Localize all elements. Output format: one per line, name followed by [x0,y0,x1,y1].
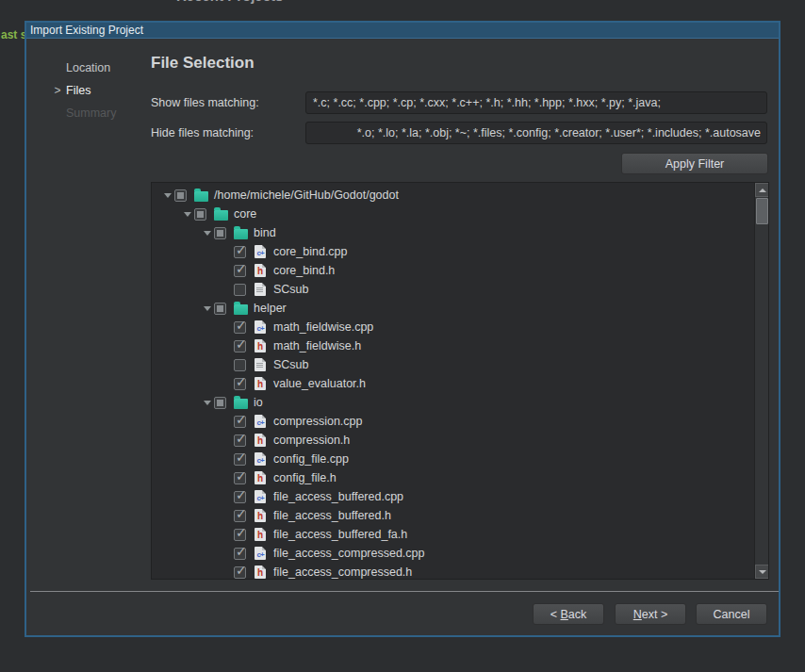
current-step-chevron-icon: > [49,84,66,97]
cpp-file-icon: c+ [253,546,268,561]
tree-file-row[interactable]: ✓c+core_bind.cpp [152,242,768,261]
checkbox-checked[interactable]: ✓ [234,529,246,541]
wizard-step-location: Location [49,57,153,79]
checkbox-checked[interactable]: ✓ [234,340,246,352]
cancel-button[interactable]: Cancel [696,603,767,625]
expand-arrow-icon[interactable] [201,306,214,311]
checkbox-checked[interactable]: ✓ [234,453,246,466]
scroll-up-icon[interactable] [755,183,769,197]
checkbox-partial[interactable] [214,227,226,239]
checkbox-partial[interactable] [194,208,206,221]
checkbox-checked[interactable]: ✓ [234,491,246,503]
checkbox-checked[interactable]: ✓ [234,566,246,579]
folder-icon [233,395,248,410]
header-file-icon: h [253,508,268,523]
tree-scrollbar[interactable] [754,183,768,579]
tree-file-row[interactable]: ✓hvalue_evaluator.h [152,374,768,393]
tree-item-label: file_access_buffered.h [273,509,391,522]
dialog-titlebar[interactable]: Import Existing Project [26,23,779,39]
checkbox-partial[interactable] [214,303,226,315]
tree-file-row[interactable]: ✓hcompression.h [152,431,768,450]
next-label: Next > [633,608,667,621]
header-file-icon: h [253,565,268,580]
tree-file-row[interactable]: SCsub [152,355,768,374]
tree-file-row[interactable]: SCsub [152,280,768,299]
tree-folder-row[interactable]: /home/michele/GitHub/Godot/godot [152,186,768,205]
page-title: File Selection [151,54,255,73]
expand-arrow-icon[interactable] [181,212,194,217]
tree-item-label: file_access_compressed.h [273,565,412,579]
checkbox-partial[interactable] [174,189,187,202]
back-label: < Back [550,608,587,621]
wizard-steps: Location > Files Summary [49,57,153,124]
checkbox-checked[interactable]: ✓ [234,472,246,484]
header-file-icon: h [253,263,268,278]
tree-file-row[interactable]: ✓c+file_access_compressed.cpp [152,544,768,563]
tree-file-row[interactable]: ✓hfile_access_compressed.h [152,563,768,580]
expand-arrow-icon[interactable] [161,193,174,198]
tree-folder-row[interactable]: core [152,205,768,223]
tree-file-row[interactable]: ✓hfile_access_buffered_fa.h [152,525,768,544]
session-link-fragment[interactable]: ast s [1,28,26,41]
checkbox-checked[interactable]: ✓ [234,548,246,560]
tree-file-row[interactable]: ✓hfile_access_buffered.h [152,506,768,525]
checkbox-checked[interactable]: ✓ [234,246,246,258]
checkbox-checked[interactable]: ✓ [234,434,246,447]
tree-file-row[interactable]: ✓hcore_bind.h [152,261,768,280]
tree-item-label: core_bind.h [273,264,335,277]
tree-folder-row[interactable]: io [152,393,768,412]
tree-folder-row[interactable]: helper [152,299,768,318]
tree-item-label: math_fieldwise.h [273,339,361,352]
tree-item-label: /home/michele/GitHub/Godot/godot [214,188,399,202]
tree-item-label: core_bind.cpp [273,245,348,258]
checkbox-checked[interactable]: ✓ [234,378,246,390]
hide-files-input[interactable]: *.o; *.lo; *.la; *.obj; *~; *.files; *.c… [305,122,767,144]
tree-item-label: file_access_buffered_fa.h [273,528,407,541]
tree-file-row[interactable]: ✓c+config_file.cpp [152,450,768,468]
tree-item-label: compression.cpp [273,415,363,428]
tree-file-row[interactable]: ✓hconfig_file.h [152,468,768,487]
folder-icon [193,188,208,203]
tree-file-row[interactable]: ✓c+math_fieldwise.cpp [152,318,768,336]
wizard-step-summary: Summary [49,102,153,124]
show-files-input[interactable]: *.c; *.cc; *.cpp; *.cp; *.cxx; *.c++; *.… [305,91,767,114]
wizard-step-files: > Files [49,79,153,102]
checkbox-checked[interactable]: ✓ [234,416,246,428]
tree-item-label: io [254,396,263,409]
hide-files-value: *.o; *.lo; *.la; *.obj; *~; *.files; *.c… [357,126,761,139]
tree-file-row[interactable]: ✓hmath_fieldwise.h [152,336,768,355]
tree-file-row[interactable]: ✓c+file_access_buffered.cpp [152,487,768,506]
tree-item-label: file_access_buffered.cpp [273,490,403,503]
apply-filter-button[interactable]: Apply Filter [621,153,768,174]
folder-icon [233,225,248,240]
folder-icon [233,301,248,316]
tree-item-label: helper [254,302,287,315]
scroll-down-icon[interactable] [755,565,769,579]
checkbox-checked[interactable]: ✓ [234,510,246,522]
tree-item-label: config_file.cpp [273,452,349,466]
expand-arrow-icon[interactable] [201,401,214,405]
cancel-label: Cancel [714,608,750,621]
header-file-icon: h [253,527,268,542]
tree-item-label: file_access_compressed.cpp [273,547,425,560]
import-existing-project-dialog: Import Existing Project Location > Files… [25,21,780,637]
tree-file-row[interactable]: ✓c+compression.cpp [152,412,768,431]
back-button[interactable]: < Back [533,603,604,625]
header-file-icon: h [253,338,268,353]
tree-folder-row[interactable]: bind [152,223,768,242]
checkbox-partial[interactable] [214,397,226,409]
file-tree-rows: /home/michele/GitHub/Godot/godotcorebind… [152,183,768,580]
header-file-icon: h [253,470,268,485]
folder-icon [213,206,228,221]
scrollbar-thumb[interactable] [756,198,768,224]
dialog-title: Import Existing Project [30,24,143,37]
hide-files-label: Hide files matching: [151,126,254,139]
checkbox-unchecked[interactable] [234,284,246,296]
checkbox-checked[interactable]: ✓ [234,265,246,277]
next-button[interactable]: Next > [615,603,686,625]
file-tree[interactable]: /home/michele/GitHub/Godot/godotcorebind… [151,182,769,580]
footer-separator [30,591,779,592]
checkbox-unchecked[interactable] [234,359,246,371]
expand-arrow-icon[interactable] [201,231,214,236]
checkbox-checked[interactable]: ✓ [234,321,246,334]
